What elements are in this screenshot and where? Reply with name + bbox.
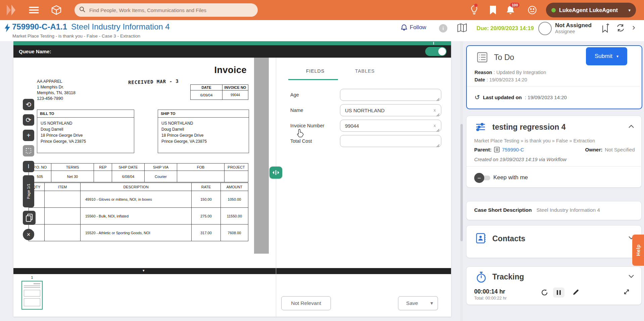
viewer-bottom-bar[interactable]: ▾ bbox=[13, 268, 451, 274]
assignee-label: Assignee bbox=[555, 29, 592, 34]
po-cell bbox=[94, 171, 112, 182]
bookmark-add-icon[interactable] bbox=[601, 23, 609, 34]
save-dropdown-button[interactable]: ▾ bbox=[426, 296, 438, 310]
item-cell: 317.00 bbox=[192, 224, 221, 241]
field-input-name[interactable] bbox=[340, 104, 441, 116]
map-icon[interactable] bbox=[457, 23, 467, 34]
tracking-chevron-icon[interactable] bbox=[629, 273, 634, 279]
ship-to-line: US NORTHLAND bbox=[161, 120, 245, 126]
user-name: LukeAgent LukeAgent bbox=[559, 7, 618, 13]
resize-grip-icon[interactable] bbox=[436, 97, 440, 101]
search-input[interactable] bbox=[89, 7, 253, 13]
parent-link[interactable]: 759990-C bbox=[502, 147, 524, 152]
scrollbar-thumb[interactable] bbox=[460, 124, 463, 241]
resize-grip-icon[interactable] bbox=[436, 113, 440, 117]
split-drag-handle[interactable] bbox=[269, 167, 282, 179]
todo-divider bbox=[467, 86, 640, 86]
last-updated-label: Last updated on bbox=[483, 94, 522, 100]
presence-status-dot bbox=[551, 8, 556, 12]
expand-tracking-button[interactable] bbox=[624, 289, 630, 296]
resize-grip-icon[interactable] bbox=[436, 143, 440, 147]
copy-pages-icon bbox=[26, 214, 33, 222]
user-menu[interactable]: LukeAgent LukeAgent ▾ bbox=[546, 3, 636, 17]
items-header: DESCRIPTION bbox=[81, 183, 192, 191]
viewer-toggle[interactable] bbox=[425, 47, 447, 56]
clear-name-icon[interactable]: x bbox=[434, 108, 436, 113]
close-viewer-button[interactable]: × bbox=[23, 229, 34, 240]
info-icon[interactable]: i bbox=[439, 24, 447, 33]
resize-grip-icon[interactable] bbox=[436, 128, 440, 132]
invoice-no-value: 99044 bbox=[222, 90, 248, 100]
rotate-ccw-button[interactable]: ⟲ bbox=[23, 99, 34, 110]
help-tab[interactable]: Help bbox=[632, 235, 644, 266]
tracking-card: Tracking 00:00:14 hr Total: 00:00:22 hr bbox=[466, 266, 642, 305]
fit-screen-icon bbox=[26, 148, 31, 153]
rotate-cw-button[interactable]: ⟳ bbox=[23, 114, 34, 126]
invoice-items-table: QTY ITEM DESCRIPTION RATE AMOUNT 7 49910… bbox=[29, 183, 248, 241]
bill-to-line: US NORTHLAND bbox=[41, 120, 131, 126]
sync-icon[interactable] bbox=[616, 23, 625, 34]
page-thumbnail[interactable] bbox=[21, 281, 43, 310]
assignee-avatar[interactable] bbox=[538, 22, 552, 35]
sliders-icon bbox=[476, 122, 486, 133]
po-cell bbox=[225, 171, 248, 182]
apps-cube-icon[interactable] bbox=[51, 5, 62, 16]
fit-screen-button[interactable] bbox=[23, 145, 34, 156]
zoom-in-button[interactable]: + bbox=[23, 130, 34, 141]
case-id[interactable]: 759990-C-A1.1 bbox=[12, 22, 67, 31]
text-select-button[interactable]: I bbox=[23, 161, 34, 172]
tab-fields[interactable]: FIELDS bbox=[306, 68, 325, 74]
created-info: Created on 19/09/2023 14:19 via Workflow bbox=[474, 157, 566, 162]
clear-invoice-number-icon[interactable]: x bbox=[434, 123, 436, 128]
item-cell: 15560 - Bulk, NOI, inflated bbox=[81, 208, 192, 224]
collapse-panel-chevron-icon[interactable]: › bbox=[632, 22, 635, 33]
field-input-age[interactable] bbox=[340, 89, 441, 101]
notifications-bell-icon[interactable]: 100 bbox=[506, 5, 515, 16]
pause-timer-button[interactable] bbox=[553, 287, 564, 298]
minus-icon: – bbox=[478, 175, 481, 181]
invoice-company-name: AA APPAREL bbox=[37, 79, 76, 84]
invoice-title: Invoice bbox=[214, 65, 247, 75]
collapse-thumbnails-icon[interactable]: ▾ bbox=[143, 268, 145, 273]
work-item-divider bbox=[466, 166, 641, 167]
hamburger-menu-icon[interactable] bbox=[29, 6, 39, 15]
work-item-card: testing regression 4 Market Place Testin… bbox=[466, 116, 642, 188]
contacts-title: Contacts bbox=[492, 234, 525, 243]
todo-card: To Do Submit ▾ Reason : Updated By Integ… bbox=[466, 45, 642, 109]
ideas-bulb-icon[interactable] bbox=[470, 5, 479, 16]
parent-doc-icon bbox=[494, 147, 500, 152]
page-indicator: Page 1/1 bbox=[23, 175, 34, 207]
submit-label: Submit bbox=[595, 53, 612, 60]
restart-timer-button[interactable] bbox=[541, 289, 548, 298]
field-input-total-cost[interactable] bbox=[340, 135, 441, 147]
follow-bell-icon bbox=[401, 24, 407, 31]
feedback-smiley-icon[interactable] bbox=[528, 5, 537, 16]
po-header: SHIP VIA bbox=[145, 164, 177, 171]
strip-tick bbox=[433, 42, 434, 45]
owner-label: Owner: bbox=[585, 147, 603, 152]
tab-tables[interactable]: TABLES bbox=[355, 68, 375, 74]
case-short-description-card: Case Short Description Steel Industry In… bbox=[466, 201, 642, 220]
field-label-invoice-number: Invoice Number bbox=[290, 123, 325, 128]
save-button[interactable]: Save bbox=[398, 296, 426, 310]
ship-to-line: 18 Prince George Drive bbox=[161, 132, 245, 138]
date-header: DATE bbox=[191, 85, 222, 90]
items-header: AMOUNT bbox=[221, 183, 248, 191]
follow-button[interactable]: Follow bbox=[401, 24, 426, 31]
collapse-chevron-up-icon[interactable] bbox=[629, 123, 634, 129]
item-cell bbox=[45, 191, 81, 208]
queue-bar: Queue Name: bbox=[13, 45, 451, 58]
invoice-page[interactable]: Invoice AA APPAREL 1 Memphis Dr. Memphis… bbox=[20, 60, 254, 254]
pause-icon bbox=[557, 290, 558, 295]
field-input-invoice-number[interactable] bbox=[340, 120, 441, 132]
items-header: RATE bbox=[192, 183, 221, 191]
bookmark-icon[interactable] bbox=[489, 5, 497, 16]
edit-time-button[interactable] bbox=[573, 289, 579, 297]
submit-button[interactable]: Submit ▾ bbox=[586, 47, 627, 65]
breadcrumb: Market Place Testing - is thank you - Fa… bbox=[12, 34, 140, 39]
not-relevant-button[interactable]: Not Relevant bbox=[281, 296, 331, 310]
date-value: 6/09/04 bbox=[191, 90, 222, 100]
assignee-status: Not Assigned bbox=[555, 22, 592, 29]
app-logo-icon[interactable] bbox=[5, 4, 20, 17]
pages-panel-button[interactable] bbox=[23, 211, 36, 225]
